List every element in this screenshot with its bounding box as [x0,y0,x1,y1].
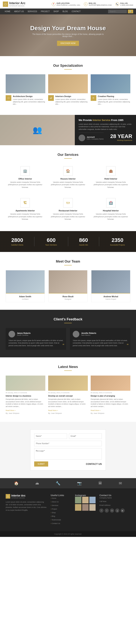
team-image-1 [6,270,45,293]
nav-about[interactable]: ABOUT US [12,8,26,14]
hero-content: Design Your Dream House The future of th… [30,25,106,46]
services-section: Our Services 🏢 Office Interior Vararies … [0,145,136,231]
feedback-name-2: Jennifer Roberts [81,332,96,334]
team-name-2: Rose Boult [51,295,86,298]
service-title-5: Restaurant Interior [50,210,86,212]
stat-num-1: 2800 [11,237,23,243]
iconbar-mail: ✉ [119,481,122,486]
nav-blog[interactable]: BLOG [61,8,70,14]
mail-val: SUPPORT@BUSINESS.COM [89,4,112,6]
footer-grid: ⬡ Interior Arc INTERIOR DESIGN Lorem ips… [6,494,130,526]
footer-link-testimonials[interactable]: Testimonials [51,519,61,521]
service-icon-5: 🍽 [63,198,73,208]
top-info: 📍 OUR LOCATION 2519 PURPLE, LAGOON, USA … [52,2,133,6]
services-grid: 🏢 Office Interior Vararies autem insequi… [6,164,130,224]
feedback-text-1: Tulum trim ipsum, enque quae da ifs tame… [8,339,63,347]
footer-links-list: Home About Us Services Project Shop Blog… [51,497,71,524]
nav-services[interactable]: SERVICES [26,8,39,14]
mountain-icon: ⛰ [35,481,39,485]
news-excerpt-3: Perspiciatis placerat del dolor, sed ut … [91,398,130,408]
message-field[interactable] [34,448,102,460]
footer-link-contact[interactable]: Contact Us [51,522,60,524]
stat-2: 600 Team Members [45,237,57,246]
nav-shop[interactable]: SHOP [52,8,61,14]
spec-icon-3: ✏ [91,95,96,101]
stat-label-3: Awards Win [79,244,88,246]
social-twitter[interactable]: t [105,508,109,512]
hero-cta-button[interactable]: DISCOVER NOW [57,41,79,46]
location-icon: 📍 [52,2,56,6]
team-name-3: Andrew Michal [93,295,128,298]
footer-link-shop[interactable]: Shop [51,512,56,514]
footer-link-about[interactable]: About Us [51,501,59,503]
service-card-6: 🏥 Hospital Interior Vararies autem inseq… [91,195,130,224]
about-text: Lorem ipsum dolor sit amet, consectetur … [78,123,132,131]
news-image-1 [6,376,45,391]
email-field[interactable] [69,434,102,439]
about-people-placeholder: 👥 [0,115,75,145]
nav-links: HOME ABOUT US SERVICES PROJECT SHOP BLOG… [3,8,82,14]
stat-label-2: Team Members [45,244,57,246]
nav-contact[interactable]: CONTACT [70,8,82,14]
feedback-avatar-1 [8,331,15,338]
feedback-card-2: Jennifer Roberts New Mexico Tulum trim i… [70,328,130,350]
social-google[interactable]: g [115,508,119,512]
contact-section: SUBMIT CONTACT US [0,422,136,478]
name-field[interactable] [34,434,67,439]
stat-divider-2 [68,237,68,246]
social-facebook[interactable]: f [99,508,104,512]
news-title-1: Interior design is a business [6,395,45,397]
insta-4 [75,504,81,511]
footer-contact-col: Contact Us Company Name Call Now: Email … [99,494,130,526]
nav-project[interactable]: PROJECT [39,8,52,14]
service-card-1: 🏢 Office Interior Vararies autem insequi… [6,164,45,192]
nav-home[interactable]: HOME [3,8,12,14]
spec-icon-2: 🛋 [48,95,54,101]
iconbar-tools: 🔧 [56,481,61,486]
footer-contact-title: Contact Us [99,494,130,497]
stat-num-4: 2350 [110,237,125,243]
news-date-3: 05 January, 2019 [91,392,102,394]
news-read-3[interactable]: Read More » [91,410,100,412]
stat-3: 860 Awards Win [79,237,88,246]
footer-link-blog[interactable]: Blog [51,515,55,517]
search-input[interactable] [108,10,127,13]
spec-image-2 [48,74,88,93]
services-title: Our Services [6,153,130,159]
footer-instagram-title: Instagram [75,494,96,497]
news-excerpt-1: Perspiciatis placerat del dolor, sed ut … [6,398,45,408]
hero-title: Design Your Dream House [30,25,106,32]
spec-title-3: Creative Planing [98,95,130,98]
footer-link-project[interactable]: Project [51,508,57,510]
footer-link-services[interactable]: Services [51,504,58,506]
iconbar-home: 🏠 [14,481,19,486]
about-heading: We Provide Interior Service From 1985 [78,119,132,122]
feedback-grid: James Roberts South Carolina Tulum trim … [6,328,130,350]
spec-text-3: Lorem ipsum dolor sit amet, consectetur … [98,98,130,106]
news-read-1[interactable]: Read More » [6,410,15,412]
search-button[interactable]: 🔍 [128,10,133,13]
footer-logo-sub: INTERIOR DESIGN [11,497,25,499]
about-person-name: Jannmark [87,136,104,138]
footer-logo-text: Interior Arc [11,494,25,497]
submit-button[interactable]: SUBMIT [34,462,48,466]
instagram-grid [75,497,96,511]
news-date-2: 06 January, 2019 [48,392,60,394]
news-read-2[interactable]: Read More » [48,410,58,412]
quote-icon-1: " [63,343,64,348]
about-years: 28 YEAR Working Experience [110,133,132,141]
mail-icon: ✉ [84,2,88,6]
footer-contact-info: Company Name Call Now: Email Address: [99,497,130,507]
team-role-1: Architect [8,298,43,300]
news-card-2: 06 January, 2019 | 0 Comments Develop an… [48,376,88,414]
news-excerpt-2: Perspiciatis placerat del dolor, sed ut … [48,398,88,408]
footer-email-label: Email Address: [99,504,130,507]
footer-link-home[interactable]: Home [51,497,56,499]
social-linkedin[interactable]: in [110,508,114,512]
phone-field[interactable] [34,441,102,446]
service-card-2: 🏠 Houses Interior Vararies autem insequi… [49,164,88,192]
news-image-3 [91,376,130,391]
social-youtube[interactable]: ▶ [121,508,125,512]
service-card-4: 🏗 Apartments Interior Vararies autem ins… [6,195,45,224]
insta-3 [89,497,96,503]
